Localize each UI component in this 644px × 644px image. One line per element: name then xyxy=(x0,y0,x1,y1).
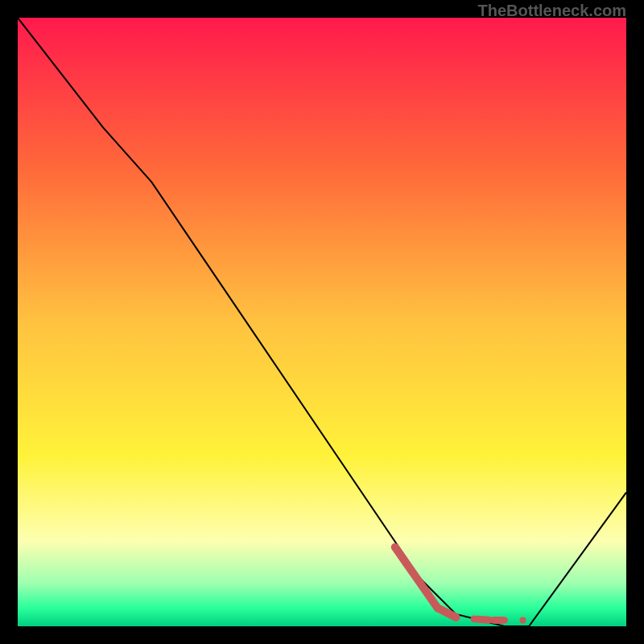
plot-area xyxy=(18,18,626,626)
bottleneck-curve xyxy=(18,18,626,626)
chart-container: TheBottleneck.com xyxy=(0,0,644,644)
svg-point-5 xyxy=(519,617,526,623)
svg-line-6 xyxy=(477,619,489,620)
svg-point-1 xyxy=(452,613,460,621)
highlight-dots xyxy=(452,613,526,624)
watermark-text: TheBottleneck.com xyxy=(478,2,626,20)
highlight-segment xyxy=(395,547,456,617)
curve-layer xyxy=(18,18,626,626)
